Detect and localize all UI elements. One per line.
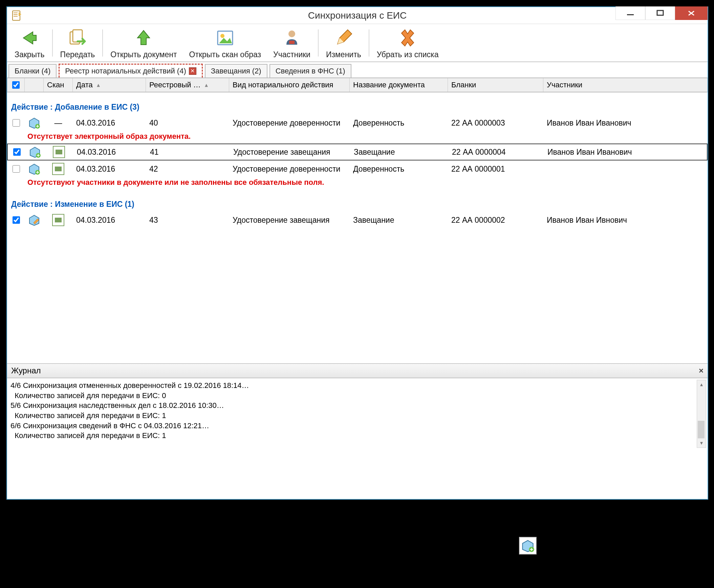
row-error: Отсутствует электронный образ документа. <box>7 131 708 144</box>
scan-icon <box>52 214 64 226</box>
person-icon <box>282 28 302 48</box>
row-checkbox[interactable] <box>13 165 20 173</box>
log-line: 6/6 Синхронизация сведений в ФНС с 04.03… <box>10 421 704 431</box>
cell-date: 04.03.2016 <box>73 163 146 175</box>
col-date[interactable]: Дата▴ <box>73 78 146 92</box>
close-button[interactable] <box>675 6 708 20</box>
toolbar-open-doc-label: Открыть документ <box>110 50 177 59</box>
scroll-down-icon[interactable]: ▾ <box>699 439 704 447</box>
toolbar-separator <box>369 29 369 57</box>
svg-rect-13 <box>289 41 295 44</box>
toolbar-participants-label: Участники <box>273 50 311 59</box>
cell-name: Доверенность <box>350 117 448 129</box>
log-line: 4/6 Синхронизация отмененных доверенност… <box>10 380 704 391</box>
minimize-button[interactable] <box>615 6 645 20</box>
pencil-icon <box>334 28 354 48</box>
toolbar-separator <box>318 29 319 57</box>
toolbar-edit-button[interactable]: Изменить <box>320 25 367 61</box>
cell-participant: Иванов Иван Иванович <box>544 146 707 158</box>
col-participants[interactable]: Участники <box>543 78 708 92</box>
tab-registry-label: Реестр нотариальных действий (4) <box>65 67 186 76</box>
scroll-thumb[interactable] <box>698 421 705 438</box>
sort-asc-icon: ▴ <box>205 81 208 89</box>
documents-arrow-icon <box>67 28 88 48</box>
row-checkbox[interactable] <box>13 148 21 156</box>
scan-icon <box>53 146 65 158</box>
arrow-left-icon <box>19 28 40 48</box>
cell-blank: 22 АА 0000001 <box>448 163 543 175</box>
cell-participant: Иванов Иван Иванович <box>543 117 708 129</box>
cell-participant: Иванов Иван Ивнович <box>543 214 708 226</box>
sort-asc-icon: ▴ <box>97 81 100 89</box>
log-body: 4/6 Синхронизация отмененных доверенност… <box>7 378 708 449</box>
box-edit-icon <box>28 214 40 226</box>
grid-header: Скан Дата▴ Реестровый …▴ Вид нотариально… <box>7 78 708 92</box>
col-action-type[interactable]: Вид нотариального действия <box>229 78 350 92</box>
toolbar-remove-label: Убрать из списка <box>377 50 439 59</box>
table-row[interactable]: 04.03.2016 42 Удостоверение доверенности… <box>7 161 708 177</box>
cell-reg: 41 <box>147 146 230 158</box>
maximize-button[interactable] <box>645 6 675 20</box>
table-row[interactable]: 04.03.2016 41 Удостоверение завещания За… <box>7 144 708 161</box>
col-checkbox[interactable] <box>7 78 25 92</box>
col-registry-number[interactable]: Реестровый …▴ <box>146 78 229 92</box>
cell-name: Завещание <box>350 214 448 226</box>
svg-rect-1 <box>14 13 18 13</box>
table-row[interactable]: — 04.03.2016 40 Удостоверение довереннос… <box>7 114 708 131</box>
cell-date: 04.03.2016 <box>73 214 146 226</box>
toolbar-close-button[interactable]: Закрыть <box>8 25 51 61</box>
log-line: Количество записей для передачи в ЕИС: 1 <box>10 430 704 441</box>
x-icon <box>397 28 418 48</box>
app-icon <box>11 9 23 22</box>
cell-participant <box>543 168 708 170</box>
cell-type: Удостоверение завещания <box>230 146 351 158</box>
row-checkbox[interactable] <box>13 216 20 224</box>
svg-rect-9 <box>73 30 82 42</box>
cell-type: Удостоверение доверенности <box>229 163 350 175</box>
toolbar-edit-label: Изменить <box>326 50 361 59</box>
log-close-icon[interactable]: × <box>699 366 704 375</box>
window-title: Синхронизация с ЕИС <box>7 10 708 21</box>
scan-icon <box>52 163 64 175</box>
cell-blank: 22 АА 0000004 <box>448 146 544 158</box>
svg-rect-5 <box>657 10 663 15</box>
toolbar-separator <box>52 29 53 57</box>
col-blanks[interactable]: Бланки <box>448 78 543 92</box>
svg-point-11 <box>220 34 225 38</box>
log-scrollbar[interactable]: ▴ ▾ <box>697 380 706 448</box>
log-line: Количество записей для передачи в ЕИС: 0 <box>10 391 704 401</box>
titlebar: Синхронизация с ЕИС <box>7 7 708 24</box>
cell-name: Завещание <box>351 146 448 158</box>
box-add-icon <box>29 146 41 158</box>
toolbar: Закрыть Передать Открыть документ Открыт… <box>7 24 708 62</box>
header-checkbox[interactable] <box>12 81 20 89</box>
grid-body: Действие : Добавление в ЕИС (3) — 04.03.… <box>7 92 708 363</box>
col-document-name[interactable]: Название документа <box>350 78 448 92</box>
toolbar-open-scan-label: Открыть скан образ <box>189 50 261 59</box>
scroll-up-icon[interactable]: ▴ <box>699 380 704 389</box>
table-row[interactable]: 04.03.2016 43 Удостоверение завещания За… <box>7 212 708 229</box>
col-status[interactable] <box>25 78 44 92</box>
toolbar-open-scan-button[interactable]: Открыть скан образ <box>183 25 268 61</box>
tab-fns[interactable]: Сведения в ФНС (1) <box>270 64 352 78</box>
grid: Скан Дата▴ Реестровый …▴ Вид нотариально… <box>7 78 708 363</box>
toolbar-participants-button[interactable]: Участники <box>267 25 317 61</box>
image-icon <box>215 28 235 48</box>
svg-rect-2 <box>14 14 18 15</box>
svg-rect-4 <box>627 14 634 15</box>
toolbar-send-button[interactable]: Передать <box>54 25 101 61</box>
group-edit-header: Действие : Изменение в ЕИС (1) <box>7 190 708 212</box>
log-header: Журнал × <box>7 363 708 378</box>
cell-type: Удостоверение завещания <box>229 214 350 226</box>
sync-window: Синхронизация с ЕИС Закрыть Передать Отк… <box>6 6 708 500</box>
toolbar-separator <box>102 29 103 57</box>
group-add-header: Действие : Добавление в ЕИС (3) <box>7 92 708 114</box>
cell-date: 04.03.2016 <box>74 146 147 158</box>
col-scan[interactable]: Скан <box>44 78 73 92</box>
tab-blanks[interactable]: Бланки (4) <box>8 64 57 78</box>
tab-registry[interactable]: Реестр нотариальных действий (4) ✕ <box>59 64 203 78</box>
tab-wills[interactable]: Завещания (2) <box>205 64 268 78</box>
row-checkbox[interactable] <box>13 119 20 127</box>
toolbar-open-doc-button[interactable]: Открыть документ <box>104 25 183 61</box>
toolbar-remove-button[interactable]: Убрать из списка <box>371 25 445 61</box>
